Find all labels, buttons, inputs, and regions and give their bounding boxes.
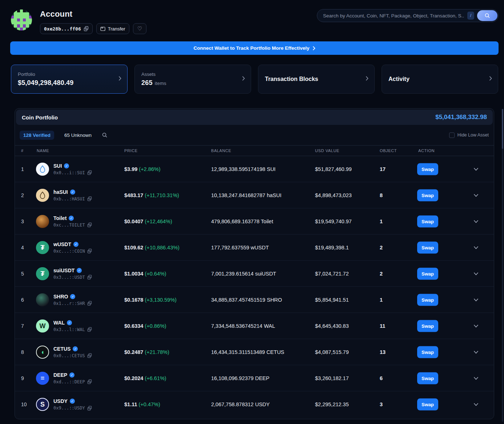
copy-coin-address-icon[interactable] bbox=[87, 223, 92, 227]
copy-coin-address-icon[interactable] bbox=[87, 353, 92, 358]
transfer-button[interactable]: Transfer bbox=[96, 23, 129, 34]
copy-address-icon[interactable] bbox=[84, 26, 89, 31]
copy-coin-address-icon[interactable] bbox=[87, 301, 92, 306]
table-row[interactable]: 10 S USDY ✓ 0x9...::USDY bbox=[15, 391, 494, 417]
expand-row-button[interactable] bbox=[473, 350, 479, 354]
expand-row-button[interactable] bbox=[473, 246, 479, 249]
connect-wallet-banner[interactable]: Connect Wallet to Track Portfolio More E… bbox=[10, 41, 499, 55]
assets-card[interactable]: Assets 265items bbox=[134, 65, 251, 94]
swap-button[interactable]: Swap bbox=[417, 163, 438, 175]
copy-coin-address-icon[interactable] bbox=[87, 196, 92, 201]
verified-badge-icon: ✓ bbox=[73, 346, 78, 351]
table-row[interactable]: 4 ₮ wUSDT ✓ 0xc...::COIN bbox=[15, 235, 494, 261]
coin-usd-value: $4,087,515.79 bbox=[315, 349, 349, 355]
chevron-down-icon bbox=[473, 403, 479, 406]
coin-search-icon[interactable] bbox=[102, 132, 108, 138]
deep-coin-icon: = bbox=[36, 372, 49, 385]
coin-balance: 7,001,239.615614 suiUSDT bbox=[211, 271, 276, 277]
table-row[interactable]: 1 SUI ✓ 0x0...i::SUI bbox=[15, 156, 494, 182]
coin-table-header: # NAME PRICE BALANCE USD VALUE OBJECT AC… bbox=[15, 145, 494, 156]
coin-name: CETUS bbox=[53, 346, 70, 352]
transaction-blocks-card-label: Transaction Blocks bbox=[265, 76, 368, 82]
table-row[interactable]: 2 haSUI ✓ 0xb...:HASUI bbox=[15, 182, 494, 208]
coin-price-change: (+2.86%) bbox=[139, 166, 160, 172]
chevron-right-icon bbox=[366, 76, 368, 82]
coin-address: 0x1...r::SHR bbox=[53, 301, 85, 306]
portfolio-filters: 128 Verified 65 Unknown Hide Low Asset bbox=[20, 130, 489, 140]
copy-coin-address-icon[interactable] bbox=[87, 327, 92, 332]
row-index: 7 bbox=[21, 323, 24, 329]
chevron-right-icon bbox=[118, 76, 121, 82]
col-price: PRICE bbox=[124, 148, 138, 153]
portfolio-card[interactable]: Portfolio $5,049,298,480.49 bbox=[11, 65, 128, 94]
global-search: / bbox=[317, 9, 499, 22]
coin-object-count: 2 bbox=[380, 271, 383, 277]
verified-badge-icon: ✓ bbox=[69, 372, 74, 378]
copy-coin-address-icon[interactable] bbox=[87, 406, 92, 411]
coin-price-change: (+3,130.59%) bbox=[145, 297, 176, 303]
swap-button[interactable]: Swap bbox=[417, 372, 438, 384]
table-row[interactable]: 8 ◖ CETUS ✓ 0x0...:CETUS bbox=[15, 339, 494, 365]
swap-button[interactable]: Swap bbox=[417, 399, 438, 411]
scrollbar-track[interactable] bbox=[502, 109, 503, 422]
expand-row-button[interactable] bbox=[473, 403, 479, 406]
search-button[interactable] bbox=[477, 10, 497, 21]
account-address-chip[interactable]: 0xe28b...ff06 bbox=[40, 23, 93, 34]
swap-button[interactable]: Swap bbox=[417, 320, 438, 332]
table-row[interactable]: 5 ₮ suiUSDT ✓ 0x3...::USDT bbox=[15, 261, 494, 287]
account-avatar bbox=[11, 9, 32, 30]
chevron-down-icon bbox=[473, 220, 479, 223]
table-row[interactable]: 9 = DEEP ✓ 0xd...::DEEP bbox=[15, 365, 494, 391]
wallet-icon bbox=[100, 26, 105, 31]
favorite-button[interactable]: ♡ bbox=[133, 23, 146, 34]
table-row[interactable]: 7 W WAL ✓ 0x3...l::WAL bbox=[15, 313, 494, 339]
coin-address: 0x0...i::SUI bbox=[53, 170, 85, 175]
expand-row-button[interactable] bbox=[473, 298, 479, 301]
chevron-right-icon bbox=[313, 46, 315, 50]
transaction-blocks-card[interactable]: Transaction Blocks bbox=[258, 65, 375, 94]
copy-coin-address-icon[interactable] bbox=[87, 379, 92, 384]
copy-coin-address-icon[interactable] bbox=[87, 275, 92, 280]
copy-coin-address-icon[interactable] bbox=[87, 249, 92, 253]
verified-badge-icon: ✓ bbox=[73, 242, 78, 247]
coin-usd-value: $4,645,430.83 bbox=[315, 323, 349, 329]
coin-portfolio-total: $5,041,368,332.98 bbox=[435, 114, 487, 121]
activity-card[interactable]: Activity bbox=[382, 65, 498, 94]
page-title: Account bbox=[40, 9, 146, 19]
swap-button[interactable]: Swap bbox=[417, 241, 438, 253]
assets-card-value: 265 bbox=[141, 79, 153, 86]
table-row[interactable]: 3 Toilet ✓ 0xc...TOILET bbox=[15, 208, 494, 235]
coin-object-count: 6 bbox=[380, 375, 383, 381]
scrollbar-thumb[interactable] bbox=[502, 109, 503, 149]
coin-name: SHRO bbox=[53, 294, 68, 299]
coin-balance: 34,885,837.457451519 SHRO bbox=[211, 297, 282, 303]
swap-button[interactable]: Swap bbox=[417, 294, 438, 306]
expand-row-button[interactable] bbox=[473, 376, 479, 380]
verified-badge-icon: ✓ bbox=[64, 163, 69, 168]
expand-row-button[interactable] bbox=[473, 272, 479, 275]
row-index: 2 bbox=[21, 192, 24, 198]
coin-address: 0x9...::USDY bbox=[53, 405, 85, 411]
table-row[interactable]: 6 SHRO ✓ 0x1...r::SHR bbox=[15, 287, 494, 313]
swap-button[interactable]: Swap bbox=[417, 346, 438, 358]
expand-row-button[interactable] bbox=[473, 167, 479, 171]
expand-row-button[interactable] bbox=[473, 220, 479, 223]
coin-name: Toilet bbox=[53, 215, 66, 221]
coin-usd-value: $2,295,212.35 bbox=[315, 401, 349, 407]
search-input[interactable] bbox=[323, 13, 464, 19]
tab-verified[interactable]: 128 Verified bbox=[20, 131, 54, 140]
search-icon bbox=[484, 13, 490, 19]
swap-button[interactable]: Swap bbox=[417, 215, 438, 227]
toilet-coin-icon bbox=[36, 215, 49, 228]
expand-row-button[interactable] bbox=[473, 193, 479, 197]
expand-row-button[interactable] bbox=[473, 324, 479, 327]
copy-coin-address-icon[interactable] bbox=[87, 170, 92, 175]
coin-balance: 7,334,548.536745214 WAL bbox=[211, 323, 275, 329]
swap-button[interactable]: Swap bbox=[417, 268, 438, 280]
hide-low-asset-checkbox[interactable] bbox=[449, 132, 455, 138]
verified-badge-icon: ✓ bbox=[77, 268, 82, 273]
tab-unknown[interactable]: 65 Unknown bbox=[61, 131, 95, 140]
swap-button[interactable]: Swap bbox=[417, 189, 438, 201]
coin-price: $0.2024(+6.61%) bbox=[124, 375, 166, 381]
coin-balance: 16,434,315.311513489 CETUS bbox=[211, 349, 284, 355]
